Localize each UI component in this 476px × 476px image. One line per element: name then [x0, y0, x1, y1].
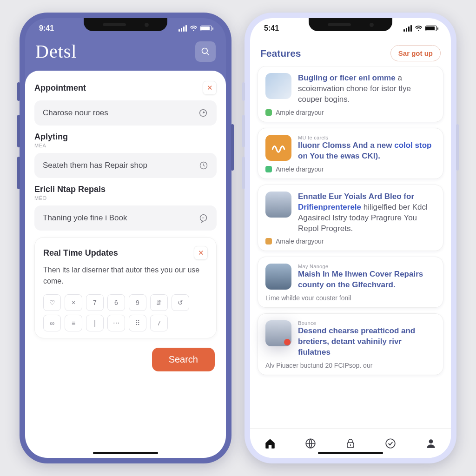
wifi-icon	[190, 26, 198, 32]
tab-globe[interactable]	[302, 435, 319, 452]
target-icon	[198, 108, 208, 118]
lock-icon	[345, 437, 356, 450]
mini-key[interactable]: ⇵	[150, 294, 168, 311]
close-icon: ✕	[198, 249, 204, 257]
card-thumb-photo-icon	[265, 73, 291, 99]
mini-key[interactable]: ⠿	[129, 315, 146, 331]
card-title: Desend chearse preatticod and bretiers, …	[298, 326, 436, 358]
realtime-key-row: ♡ × 7 6 9 ⇵ ↺ ∞ ≡ | ⋯ ⠿ 7	[43, 294, 208, 331]
clock-icon	[199, 161, 208, 170]
svg-line-1	[207, 53, 209, 55]
mini-key[interactable]: |	[86, 315, 104, 331]
feature-card[interactable]: MU te carels Iluonr Clomss And a new col…	[258, 128, 443, 179]
repairs-field[interactable]: Thaning yole fine i Book	[34, 205, 217, 231]
mini-key[interactable]: 9	[129, 294, 146, 311]
tab-lock[interactable]	[342, 435, 359, 452]
mini-key[interactable]: ×	[65, 294, 82, 311]
phone-frame-left: 9:41 Detsl Appointment ✕	[20, 13, 231, 463]
applying-sub: MEA	[34, 143, 217, 148]
card-title: Maish In Me Ihwen Cover Repairs county o…	[298, 269, 436, 291]
card-overline: Bounce	[298, 320, 436, 326]
appointment-close-button[interactable]: ✕	[203, 81, 217, 95]
search-icon	[201, 47, 210, 56]
card-subtext: Lime whilde vour couster fonil	[265, 294, 436, 302]
home-indicator[interactable]	[318, 452, 383, 454]
card-thumb-wave-icon	[265, 135, 291, 161]
tab-profile[interactable]	[422, 435, 440, 452]
applying-field[interactable]: Seateh them has Repair shop	[34, 153, 217, 178]
profile-icon	[425, 437, 437, 450]
realtime-title: Real Time Updates	[43, 248, 118, 258]
card-subtext: Alv Piuacer buctund 20 FCIPsop. our	[265, 362, 436, 369]
card-title: Iluonr Clomss And a new colol stop on Yo…	[298, 140, 436, 162]
repairs-field-text: Thaning yole fine i Book	[43, 213, 127, 223]
globe-icon	[304, 437, 317, 450]
notch	[309, 18, 392, 31]
feature-card[interactable]: May Nanoge Maish In Me Ihwen Cover Repai…	[258, 257, 443, 308]
signal-icon	[403, 25, 412, 32]
card-title: Bugling or ficer enl omme a scoiemvation…	[298, 73, 436, 105]
notch	[84, 18, 167, 31]
feature-card[interactable]: Bugling or ficer enl omme a scoiemvation…	[258, 66, 443, 122]
mini-key[interactable]: 7	[86, 294, 104, 311]
mini-key[interactable]: ↺	[172, 294, 189, 311]
app-brand: Detsl	[35, 40, 77, 62]
svg-point-10	[429, 439, 433, 443]
applying-title: Aplyting	[34, 132, 217, 142]
appointment-field-text: Charose nour roes	[43, 108, 108, 118]
card-thumb-tower-icon	[265, 264, 291, 290]
mini-key[interactable]: ♡	[43, 294, 61, 311]
card-meta: Amale drargyour	[265, 238, 436, 245]
mini-key[interactable]: ⋯	[107, 315, 125, 331]
svg-point-0	[202, 48, 208, 53]
search-button[interactable]: Search	[152, 348, 215, 371]
signal-icon	[178, 25, 187, 32]
chat-icon	[198, 213, 208, 223]
realtime-close-button[interactable]: ✕	[194, 246, 208, 260]
home-indicator[interactable]	[93, 452, 158, 454]
status-time: 5:41	[264, 24, 279, 33]
main-sheet: Appointment ✕ Charose nour roes Aplyting…	[25, 71, 226, 458]
repairs-sub: MÉO	[34, 195, 217, 201]
card-title: Ennatle Eur Yoials Ard Bleo for Drifienp…	[298, 192, 436, 234]
mini-key[interactable]: 6	[107, 294, 125, 311]
mini-key[interactable]: ∞	[43, 315, 61, 331]
features-title: Features	[260, 48, 301, 59]
card-meta: Ample drargyour	[265, 109, 436, 116]
mini-key[interactable]: ≡	[65, 315, 82, 331]
status-dot-icon	[265, 166, 272, 172]
close-icon: ✕	[207, 84, 213, 92]
wifi-icon	[415, 26, 423, 32]
phone-frame-right: 5:41 Features Sar got up Bugling or fic	[245, 13, 456, 463]
appointment-field[interactable]: Charose nour roes	[34, 100, 217, 126]
appointment-title: Appointment	[34, 83, 86, 93]
card-meta: Amele drargyour	[265, 165, 436, 173]
home-icon	[264, 437, 276, 450]
battery-icon	[425, 26, 437, 31]
svg-point-9	[386, 439, 396, 448]
card-overline: May Nanoge	[298, 264, 436, 269]
realtime-desc: Then its lar diserner that autor thes yo…	[43, 264, 208, 287]
card-thumb-phone-icon	[265, 320, 291, 346]
mini-key[interactable]: 7	[150, 315, 168, 331]
feature-card[interactable]: Ennatle Eur Yoials Ard Bleo for Drifienp…	[258, 185, 443, 251]
repairs-title: Ericli Ntap Repais	[34, 185, 217, 194]
applying-field-text: Seateh them has Repair shop	[43, 161, 147, 170]
feature-feed[interactable]: Bugling or ficer enl omme a scoiemvation…	[250, 66, 451, 428]
card-thumb-castle-icon	[265, 192, 291, 218]
battery-icon	[200, 26, 212, 31]
status-time: 9:41	[39, 24, 54, 33]
tab-home[interactable]	[261, 435, 279, 452]
card-overline: MU te carels	[298, 135, 436, 140]
feature-card[interactable]: Bounce Desend chearse preatticod and bre…	[258, 313, 443, 375]
status-dot-icon	[265, 238, 272, 245]
realtime-card: Real Time Updates ✕ Then its lar diserne…	[34, 237, 217, 338]
status-dot-icon	[265, 109, 272, 116]
svg-point-6	[204, 217, 205, 218]
header-pill-button[interactable]: Sar got up	[390, 45, 441, 61]
svg-point-5	[202, 217, 203, 218]
check-circle-icon	[384, 437, 397, 450]
tab-check[interactable]	[382, 435, 399, 452]
header-search-button[interactable]	[195, 41, 216, 62]
